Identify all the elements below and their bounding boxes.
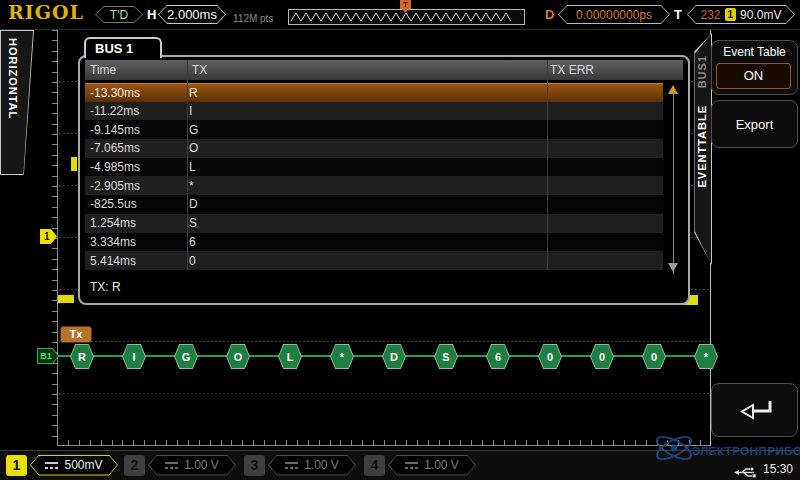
event-table-body: -13.30msR -11.22msI -9.145msG -7.065msO … (85, 83, 663, 270)
scrollbar-track[interactable] (673, 86, 674, 274)
menu-event-table: Event Table ON (711, 40, 798, 95)
bus-symbol: 0 (642, 344, 666, 369)
selected-event-detail: TX: R (90, 280, 121, 294)
column-header-time: Time (90, 63, 116, 77)
dc-coupling-icon (405, 461, 418, 469)
bus-symbol: R (70, 344, 94, 369)
channel-indicator-3[interactable]: 3 1.00 V (244, 454, 356, 476)
event-table-header: Time TX TX ERR (85, 60, 683, 80)
event-table-label: Event Table (712, 41, 797, 59)
table-row[interactable]: 3.334ms6 (85, 233, 663, 252)
tab-eventtable-menu[interactable]: BUS1 EVENTTABLE (688, 33, 712, 265)
trigger-status-badge: T'D (95, 6, 143, 23)
bus1-popup-tab[interactable]: BUS 1 (84, 37, 162, 58)
return-arrow-icon (733, 397, 777, 423)
channel-3-badge: 3 (244, 455, 265, 476)
table-row[interactable]: -9.145msG (85, 120, 663, 139)
table-row[interactable]: -11.22msI (85, 102, 663, 121)
table-row[interactable]: 5.414ms0 (85, 251, 663, 270)
export-button[interactable]: Export (711, 100, 798, 148)
event-table-on-button[interactable]: ON (716, 63, 791, 89)
channel-4-badge: 4 (364, 455, 385, 476)
vertical-ruler-line (57, 30, 58, 445)
table-row[interactable]: -825.5usD (85, 195, 663, 214)
ch1-trace-fragment (58, 295, 74, 303)
horizontal-label: H (147, 7, 156, 22)
rigol-logo: RIGOL (8, 1, 84, 23)
delay-value: 0.00000000ps (576, 8, 652, 22)
timebase-value: 2.000ms (167, 7, 217, 22)
tab-horizontal-menu[interactable]: HORIZONTAL (0, 30, 34, 175)
trigger-source-badge: 1 (725, 8, 737, 21)
dc-coupling-icon (285, 461, 298, 469)
bus1-source-badge[interactable]: B1 (37, 348, 59, 364)
scrollbar-down-icon[interactable] (668, 263, 678, 272)
ch1-trace-fragment (71, 157, 77, 171)
bus-symbol: D (382, 344, 406, 369)
trigger-position-icon[interactable]: T (400, 0, 411, 9)
bus-symbol: 6 (486, 344, 510, 369)
tx-label-badge: Tx (60, 326, 92, 343)
channel-indicator-1[interactable]: 1 500mV (6, 454, 118, 476)
column-header-txerr: TX ERR (550, 63, 594, 77)
channel-2-scale: 1.00 V (184, 458, 219, 472)
dc-coupling-icon (165, 461, 178, 469)
right-tab-bus1-label: BUS1 (696, 55, 708, 88)
channel-4-scale: 1.00 V (424, 458, 459, 472)
column-separator (187, 60, 188, 270)
trigger-status-text: T'D (110, 8, 128, 22)
oscilloscope-screen: RIGOL T'D H 2.000ms 112M pts T D 0.00000… (0, 0, 800, 480)
memory-depth-label: 112M pts (233, 13, 273, 24)
usb-icon (733, 464, 759, 480)
channel-1-badge: 1 (6, 455, 27, 476)
dc-coupling-icon (45, 461, 58, 469)
bus-symbol: I (122, 344, 146, 369)
bus-symbol: * (330, 344, 354, 369)
table-row[interactable]: 1.254msS (85, 214, 663, 233)
scrollbar-up-icon[interactable] (668, 85, 678, 94)
channel-indicator-4[interactable]: 4 1.00 V (364, 454, 476, 476)
table-row[interactable]: -4.985msL (85, 158, 663, 177)
channel-status-bar: 1 500mV 2 1.00 V 3 1.00 V 4 1.00 V (0, 450, 800, 480)
column-separator (547, 60, 548, 270)
trigger-level-value: 90.0mV (740, 8, 781, 22)
table-row[interactable]: -2.905ms* (85, 176, 663, 195)
bus-symbol: * (694, 344, 718, 369)
timebase-badge[interactable]: 2.000ms (158, 5, 226, 24)
trigger-code-value: 232 (701, 8, 721, 22)
horizontal-ruler-line (57, 445, 710, 446)
enter-button[interactable] (711, 383, 798, 437)
bus-symbol: L (278, 344, 302, 369)
trigger-settings-badge[interactable]: 232 1 90.0mV (687, 5, 795, 24)
event-table-popup: Time TX TX ERR -13.30msR -11.22msI -9.14… (78, 55, 690, 305)
left-tab-label: HORIZONTAL (7, 38, 19, 119)
right-tab-eventtable-label: EVENTTABLE (696, 105, 708, 188)
delay-label: D (545, 7, 554, 22)
channel-3-scale: 1.00 V (304, 458, 339, 472)
table-row[interactable]: -13.30msR (85, 83, 663, 102)
delay-badge: 0.00000000ps (558, 5, 670, 24)
trigger-label: T (674, 7, 682, 22)
bus-symbol: O (226, 344, 250, 369)
clock: 15:30 (763, 462, 793, 476)
bus-symbol: G (174, 344, 198, 369)
bus-symbol: 0 (538, 344, 562, 369)
channel-indicator-2[interactable]: 2 1.00 V (124, 454, 236, 476)
bus-symbol: 0 (590, 344, 614, 369)
bus-symbol: S (434, 344, 458, 369)
column-header-tx: TX (192, 63, 207, 77)
table-row[interactable]: -7.065msO (85, 139, 663, 158)
channel-2-badge: 2 (124, 455, 145, 476)
channel-1-scale: 500mV (64, 458, 102, 472)
